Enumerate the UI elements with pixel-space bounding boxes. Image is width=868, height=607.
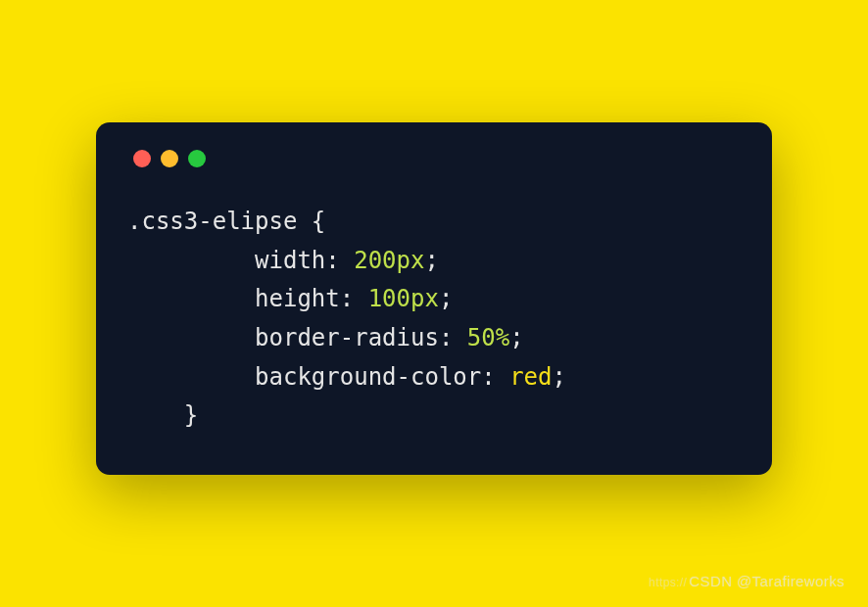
css-selector: .css3-elipse [127,208,297,235]
open-brace: { [312,208,325,235]
css-value: 50% [467,324,509,351]
watermark-text: CSDN @Tarafireworks [689,573,844,589]
code-window: .css3-elipse { width: 200px; height: 100… [96,122,772,475]
css-value: 200px [354,247,424,274]
close-brace: } [184,401,198,429]
css-property: border-radius [255,324,439,351]
minimize-icon [161,150,178,167]
code-block: .css3-elipse { width: 200px; height: 100… [127,203,741,436]
css-value: 100px [368,285,439,312]
watermark: https://CSDN @Tarafireworks [649,573,844,589]
css-value: red [509,363,552,391]
traffic-lights [133,150,741,167]
watermark-prefix: https:// [649,576,687,589]
css-property: width [255,247,325,274]
maximize-icon [188,150,206,167]
css-property: height [255,285,340,312]
close-icon [133,150,151,167]
css-property: background-color [255,363,481,391]
